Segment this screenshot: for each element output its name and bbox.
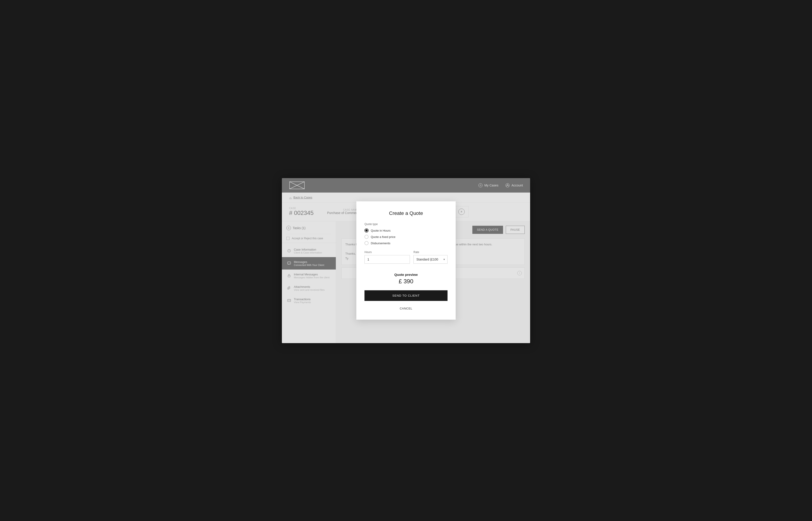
radio-label-fixed: Quote a fixed price bbox=[371, 235, 395, 239]
rate-group: Rate Standard (£100 p/h) Premium (£150 p… bbox=[414, 251, 447, 264]
rate-label: Rate bbox=[414, 251, 447, 254]
radio-circle-hours bbox=[365, 228, 369, 232]
modal-overlay: Create a Quote Quote type Quote in Hours… bbox=[282, 178, 530, 343]
radio-option-disbursements[interactable]: Disbursements bbox=[365, 241, 447, 245]
quote-type-label: Quote type bbox=[365, 223, 447, 226]
rate-select[interactable]: Standard (£100 p/h) Premium (£150 p/h) J… bbox=[414, 255, 447, 264]
quote-preview-amount: £ 390 bbox=[365, 278, 447, 285]
radio-option-hours[interactable]: Quote in Hours bbox=[365, 228, 447, 232]
radio-label-hours: Quote in Hours bbox=[371, 229, 390, 232]
send-to-client-button[interactable]: SEND TO CLIENT bbox=[365, 290, 447, 301]
radio-option-fixed[interactable]: Quote a fixed price bbox=[365, 235, 447, 239]
quote-preview-label: Quote preview bbox=[365, 273, 447, 276]
quote-preview-section: Quote preview £ 390 bbox=[365, 269, 447, 290]
hours-label: Hours bbox=[365, 251, 410, 254]
app-frame: ⊙ My Cases Account ← Back to Cases CASE bbox=[282, 178, 530, 343]
modal-title: Create a Quote bbox=[365, 210, 447, 216]
cancel-button[interactable]: CANCEL bbox=[365, 304, 447, 312]
quote-type-radio-group: Quote in Hours Quote a fixed price Disbu… bbox=[365, 228, 447, 245]
create-quote-modal: Create a Quote Quote type Quote in Hours… bbox=[356, 201, 456, 320]
form-row-hours-rate: Hours Rate Standard (£100 p/h) Premium (… bbox=[365, 251, 447, 264]
radio-label-disbursements: Disbursements bbox=[371, 242, 390, 245]
hours-input[interactable] bbox=[365, 255, 410, 264]
radio-circle-fixed bbox=[365, 235, 369, 239]
hours-group: Hours bbox=[365, 251, 410, 264]
radio-circle-disbursements bbox=[365, 241, 369, 245]
